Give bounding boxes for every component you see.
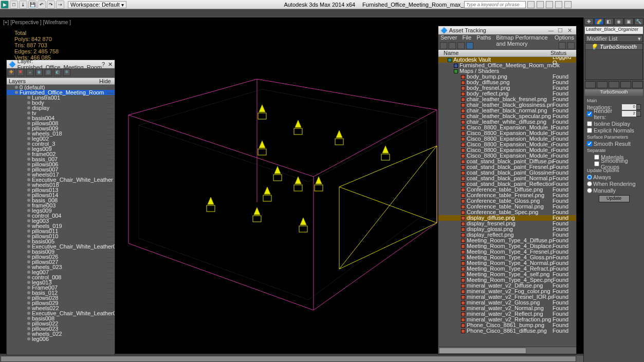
layer-row[interactable]: pillows007—: [7, 167, 115, 172]
layer-row[interactable]: basis009—: [7, 249, 115, 254]
layer-row[interactable]: body—: [7, 100, 115, 105]
asset-menu-item[interactable]: Server: [440, 34, 457, 42]
layer-row[interactable]: pillows008—: [7, 121, 115, 126]
asset-hscroll[interactable]: [438, 347, 576, 354]
config-icon[interactable]: [632, 81, 643, 88]
show-end-icon[interactable]: [597, 81, 608, 88]
layer-row[interactable]: Executive_Chair_White_Leather001—: [7, 244, 115, 249]
layer-row[interactable]: pillows014—: [7, 193, 115, 198]
isoline-check[interactable]: [587, 121, 592, 126]
viewport-hscroll[interactable]: [0, 355, 583, 362]
layer-row[interactable]: pillows006—: [7, 162, 115, 167]
layer-row[interactable]: legs013—: [7, 280, 115, 285]
link-icon[interactable]: ⇢: [56, 1, 64, 9]
layer-row[interactable]: Lunstra001—: [7, 95, 115, 100]
iterations-spinner[interactable]: 0: [622, 104, 636, 110]
minimize-icon[interactable]: —: [4, 9, 16, 16]
layer-row[interactable]: wheels_023—: [7, 264, 115, 270]
layer-row[interactable]: basis004—: [7, 116, 115, 121]
layers-titlebar[interactable]: 🔷 Layer: Furnished_Office_Meeting_Room ?…: [7, 60, 115, 68]
smooth-result-check[interactable]: [587, 141, 592, 146]
add-sel-icon[interactable]: ＋: [26, 69, 33, 76]
layer-row[interactable]: Frame007—: [7, 285, 115, 290]
layer-row[interactable]: control_3—: [7, 141, 115, 146]
layer-row[interactable]: wheels_022—: [7, 331, 115, 336]
layer-row[interactable]: leg006—: [7, 336, 115, 341]
maximize-icon[interactable]: ☐: [556, 27, 565, 34]
update-button[interactable]: Update: [599, 195, 630, 202]
col-hide[interactable]: Hide: [99, 78, 115, 84]
layer-row[interactable]: frame002—: [7, 151, 115, 157]
search-input[interactable]: [464, 1, 526, 8]
asset-row[interactable]: Furnished_Office_Meeting_Room_max_vray.m…: [438, 63, 576, 68]
asset-list[interactable]: Autodesk VaultLogged OFurnished_Office_M…: [438, 57, 576, 347]
motion-tab-icon[interactable]: ◉: [614, 18, 623, 25]
asset-titlebar[interactable]: 🔷 Asset Tracking — ☐ ✕: [438, 26, 576, 34]
pin-stack-icon[interactable]: [585, 81, 596, 88]
col-layers[interactable]: Layers: [7, 78, 99, 84]
maximize-icon[interactable]: ☐: [20, 9, 32, 16]
options-icon[interactable]: [559, 42, 566, 49]
utilities-tab-icon[interactable]: 🔧: [634, 18, 643, 25]
workspace-dropdown[interactable]: Workspace: Default ▾: [68, 1, 126, 8]
layer-row[interactable]: control_004—: [7, 213, 115, 218]
layer-row[interactable]: Furnished_Office_Meeting_Room—: [7, 90, 115, 95]
col-status[interactable]: Status: [550, 50, 576, 56]
help-icon[interactable]: [564, 1, 572, 8]
layer-row[interactable]: basis008—: [7, 316, 115, 321]
layer-row[interactable]: basis_008—: [7, 198, 115, 203]
layer-row[interactable]: pillows011—: [7, 228, 115, 234]
subscription-icon[interactable]: [537, 1, 544, 8]
refresh-icon[interactable]: [440, 42, 447, 49]
explicit-check[interactable]: [587, 128, 592, 133]
layer-row[interactable]: wheels018—: [7, 182, 115, 187]
new-icon[interactable]: □: [10, 1, 18, 9]
layer-row[interactable]: display—: [7, 105, 115, 110]
table-icon[interactable]: [466, 42, 473, 49]
turbosmooth-rollout[interactable]: TurboSmooth: [585, 89, 643, 96]
object-name-field[interactable]: Leather_Black_Organizer: [585, 27, 643, 34]
hide-icon[interactable]: ◐: [54, 69, 61, 76]
delete-layer-icon[interactable]: ✖: [17, 69, 24, 76]
layer-row[interactable]: wheels_018—: [7, 131, 115, 136]
layer-row[interactable]: pillows028—: [7, 295, 115, 300]
layer-row[interactable]: Executive_Chair_White_Leather005—: [7, 311, 115, 316]
layer-row[interactable]: wheels_019—: [7, 223, 115, 228]
layer-row[interactable]: pillows013—: [7, 187, 115, 193]
open-icon[interactable]: ⤓: [19, 1, 27, 9]
hierarchy-tab-icon[interactable]: ◧: [604, 18, 614, 25]
layer-row[interactable]: pillows022—: [7, 321, 115, 326]
status-icon[interactable]: [449, 42, 456, 49]
modifier-list-dropdown[interactable]: Modifier List▾: [585, 35, 643, 42]
close-icon[interactable]: ✕: [565, 27, 574, 34]
close-icon[interactable]: ✕: [35, 9, 47, 16]
undo-icon[interactable]: ↶: [38, 1, 46, 9]
asset-row[interactable]: Phone_Cisco_8861_diffuse.pngFound: [438, 328, 576, 334]
render-iters-spinner[interactable]: 2: [622, 111, 636, 117]
asset-menu[interactable]: ServerFilePathsBitmap Performance and Me…: [438, 34, 576, 42]
layer-row[interactable]: frame003—: [7, 203, 115, 208]
asset-menu-item[interactable]: Paths: [476, 34, 491, 42]
modify-tab-icon[interactable]: 🌈: [594, 18, 603, 25]
layer-row[interactable]: leg002—: [7, 136, 115, 141]
remove-mod-icon[interactable]: [620, 81, 631, 88]
new-layer-icon[interactable]: ✚: [8, 69, 15, 76]
create-tab-icon[interactable]: ✚: [584, 18, 594, 25]
redo-icon[interactable]: ↷: [47, 1, 55, 9]
search-icon[interactable]: [527, 1, 535, 8]
freeze-icon[interactable]: ❄: [63, 69, 70, 76]
layer-row[interactable]: pillows029—: [7, 300, 115, 306]
asset-menu-item[interactable]: Bitmap Performance and Memory: [496, 34, 549, 42]
favorite-icon[interactable]: [555, 1, 562, 8]
tree-icon[interactable]: [457, 42, 465, 49]
update-manual-radio[interactable]: [587, 188, 592, 193]
layer-row[interactable]: control_008—: [7, 275, 115, 280]
close-icon[interactable]: ✕: [108, 61, 113, 68]
modifier-stack[interactable]: 💡TurboSmooth: [585, 43, 643, 80]
layer-row[interactable]: pillows010—: [7, 234, 115, 239]
help-icon[interactable]: ?: [102, 61, 105, 67]
minimize-icon[interactable]: —: [546, 27, 556, 33]
update-render-radio[interactable]: [587, 181, 592, 186]
col-name[interactable]: Name: [438, 50, 550, 56]
asset-menu-item[interactable]: Options: [555, 34, 574, 42]
